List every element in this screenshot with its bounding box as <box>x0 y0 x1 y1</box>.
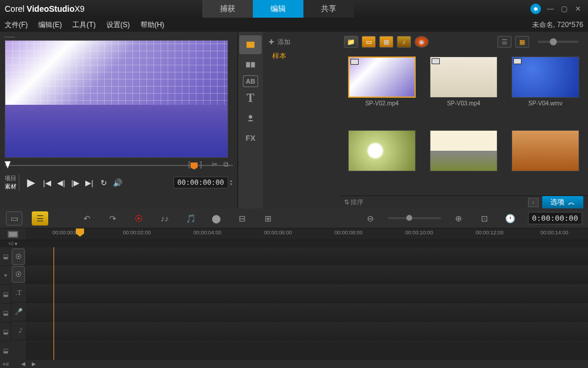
minimize-button[interactable]: — <box>547 5 555 13</box>
zoom-in-button[interactable]: ⊕ <box>450 211 467 226</box>
close-button[interactable]: ✕ <box>575 5 583 13</box>
menu-file[interactable]: 文件(F) <box>5 20 28 30</box>
timeline-view-button[interactable]: ☰ <box>32 211 48 226</box>
subtitle-button[interactable]: ⊟ <box>234 211 250 226</box>
tab-capture[interactable]: 捕获 <box>202 0 253 18</box>
mark-out-button[interactable]: ] <box>200 160 209 170</box>
lib-tab-transition[interactable] <box>239 55 262 74</box>
redo-button[interactable]: ↷ <box>105 211 121 226</box>
title-track[interactable] <box>26 285 588 304</box>
prev-frame-button[interactable]: ◀| <box>56 177 66 188</box>
track-toggle-collapse[interactable]: ▾ <box>0 266 11 285</box>
multi-cam-button[interactable]: ⊞ <box>260 211 276 226</box>
globe-icon[interactable]: ✱ <box>530 4 541 14</box>
tab-edit[interactable]: 编辑 <box>253 0 303 18</box>
project-duration-icon[interactable]: 🕐 <box>502 211 519 226</box>
voice-track-icon[interactable]: 🎤 <box>11 303 26 321</box>
clip-item[interactable]: SP-V02.mp4 <box>344 57 420 124</box>
timecode-spinner[interactable]: ▲▼ <box>229 179 233 186</box>
folder-samples[interactable]: 样本 <box>266 49 336 64</box>
timeline-timecode[interactable]: 0:00:00:00 <box>528 212 582 224</box>
menu-edit[interactable]: 编辑(E) <box>38 20 62 30</box>
maximize-button[interactable]: ▢ <box>561 5 569 13</box>
playback-controls: 项目 素材 ▶ |◀ ◀| |▶ ▶| ↻ 🔊 00:00:00:00 ▲▼ <box>5 174 233 191</box>
track-toggle-voice[interactable]: ⬓ <box>0 323 11 342</box>
preview-monitor[interactable] <box>5 40 228 158</box>
timeline-toolbar: ▭ ☰ ↶ ↷ ⦿ ♪♪ 🎵 ⬤ ⊟ ⊞ ⊖ ⊕ ⊡ 🕐 0:00:00:00 <box>0 208 588 228</box>
goto-end-button[interactable]: ▶| <box>84 177 95 188</box>
add-track-button[interactable]: +≡ <box>2 361 16 367</box>
clip-item[interactable] <box>507 130 583 191</box>
video-track[interactable] <box>26 247 588 266</box>
loop-button[interactable]: ↻ <box>98 177 109 188</box>
app-logo: Corel VideoStudioX9 <box>5 4 85 14</box>
thumbnail-zoom-slider[interactable] <box>537 41 579 43</box>
lib-tab-text[interactable]: T <box>239 88 262 107</box>
filter-audio-button[interactable]: ♪ <box>397 36 411 48</box>
voice-track[interactable] <box>26 304 588 323</box>
library-footer: ⇅排序 ‹ 选项︽ <box>339 195 588 208</box>
clip-label: SP-V04.wmv <box>529 100 563 107</box>
clip-item[interactable] <box>426 130 502 191</box>
play-button[interactable]: ▶ <box>24 175 38 190</box>
timeline-panel: ▭ ☰ ↶ ↷ ⦿ ♪♪ 🎵 ⬤ ⊟ ⊞ ⊖ ⊕ ⊡ 🕐 0:00:00:00 … <box>0 208 588 368</box>
menu-settings[interactable]: 设置(S) <box>106 20 130 30</box>
mode-project-label[interactable]: 项目 <box>5 174 16 183</box>
view-list-button[interactable]: ☰ <box>497 36 512 48</box>
storyboard-view-button[interactable]: ▭ <box>6 211 22 226</box>
overlay-track-icon[interactable]: ⦿ <box>12 266 25 283</box>
options-button[interactable]: 选项︽ <box>542 196 583 208</box>
timeline-ruler[interactable]: 00:00:00:00 00:00:02:00 00:00:04:00 00:0… <box>0 228 588 240</box>
nav-prev-button[interactable]: ‹ <box>528 198 539 207</box>
audio-mixer-button[interactable]: ♪♪ <box>156 211 173 226</box>
fit-project-button[interactable]: ⊡ <box>476 211 493 226</box>
clip-item[interactable] <box>344 130 420 191</box>
mark-in-button[interactable]: [ <box>188 160 198 170</box>
clip-item[interactable]: SP-V03.mp4 <box>426 57 502 124</box>
track-toggle-title[interactable]: ⬓ <box>0 304 11 323</box>
timeline-scrollbar[interactable]: +≡ ◀ ▶ <box>0 360 588 368</box>
track-toggle-video[interactable]: ⬓ <box>0 247 11 266</box>
add-folder-button[interactable]: ✚ 添加 <box>266 35 336 49</box>
music-track-icon[interactable]: 𝅘𝅥𝅮 <box>11 321 26 340</box>
filter-video-button[interactable]: ▭ <box>362 36 376 48</box>
lib-tab-media[interactable] <box>239 35 262 54</box>
split-icon[interactable]: ⧉ <box>223 160 233 170</box>
mode-clip-label[interactable]: 素材 <box>5 183 16 191</box>
menu-tools[interactable]: 工具(T) <box>72 20 95 30</box>
overlay-track[interactable] <box>26 266 588 285</box>
lib-tab-graphic[interactable] <box>239 108 262 127</box>
next-frame-button[interactable]: |▶ <box>70 177 81 188</box>
panel-grip[interactable] <box>5 37 233 39</box>
track-toggle-overlay[interactable]: ⬓ <box>0 285 11 304</box>
lib-tab-title[interactable]: AB <box>243 75 258 87</box>
filter-disc-button[interactable]: ◉ <box>415 36 429 48</box>
timeline-zoom-slider[interactable] <box>388 217 441 219</box>
ruler-zoom-toggle[interactable]: +/-▾ <box>0 240 26 247</box>
view-grid-button[interactable]: ▦ <box>515 36 529 48</box>
goto-start-button[interactable]: |◀ <box>42 177 52 188</box>
lib-tab-filter[interactable]: FX <box>239 128 262 147</box>
scroll-right-button[interactable]: ▶ <box>29 360 38 367</box>
track-toggle-music[interactable]: ⬓ <box>0 342 11 360</box>
zoom-out-button[interactable]: ⊖ <box>362 211 379 226</box>
scroll-left-button[interactable]: ◀ <box>19 360 27 367</box>
tab-share[interactable]: 共享 <box>303 0 354 18</box>
scrub-bar[interactable]: [ ] ✂ ⧉ <box>5 160 233 172</box>
clip-item[interactable]: SP-V04.wmv <box>507 57 583 124</box>
music-track[interactable] <box>26 323 588 342</box>
timeline-tracks[interactable] <box>26 247 588 360</box>
menu-help[interactable]: 帮助(H) <box>141 20 165 30</box>
sort-button[interactable]: ⇅排序 <box>344 198 363 207</box>
undo-button[interactable]: ↶ <box>79 211 95 226</box>
motion-track-button[interactable]: ⬤ <box>208 211 225 226</box>
record-button[interactable]: ⦿ <box>131 211 147 226</box>
volume-icon[interactable]: 🔊 <box>112 177 123 188</box>
filter-photo-button[interactable]: ▦ <box>379 36 393 48</box>
cut-icon[interactable]: ✂ <box>212 160 221 170</box>
title-track-icon[interactable]: .T <box>11 284 26 303</box>
auto-music-button[interactable]: 🎵 <box>182 211 199 226</box>
browse-folder-button[interactable]: 📁 <box>344 36 358 48</box>
timecode-display[interactable]: 00:00:00:00 <box>173 177 228 188</box>
video-track-icon[interactable]: ⦿ <box>12 248 25 265</box>
